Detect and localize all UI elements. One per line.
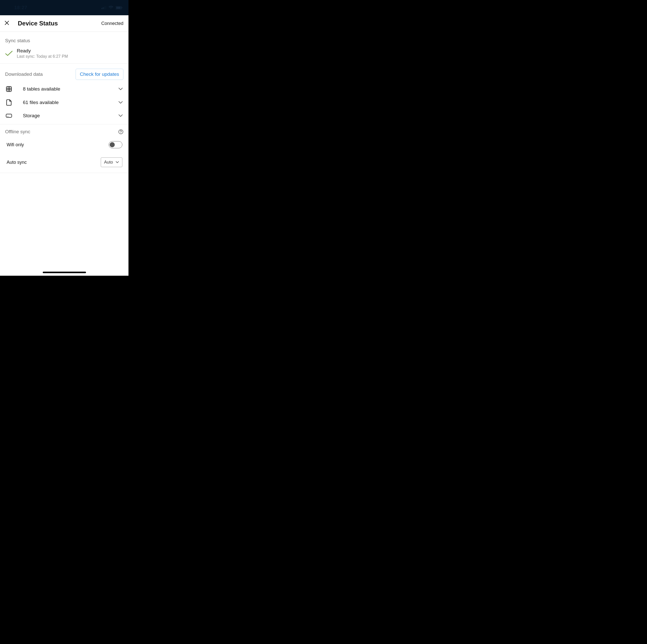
svg-point-15 <box>8 116 8 117</box>
offline-sync-heading: Offline sync <box>5 129 30 135</box>
sync-ready-label: Ready <box>17 48 68 54</box>
home-indicator[interactable] <box>43 272 86 273</box>
tables-label: 8 tables available <box>19 86 111 92</box>
status-bar-icons <box>101 6 122 9</box>
downloaded-data-section: Downloaded data Check for updates 8 tabl… <box>0 64 129 125</box>
cellular-icon <box>101 6 106 9</box>
connection-status: Connected <box>101 21 123 26</box>
downloaded-data-heading: Downloaded data <box>5 72 43 77</box>
wifi-only-row: Wifi only <box>0 137 129 153</box>
checkmark-icon <box>5 51 13 56</box>
page-title: Device Status <box>18 20 58 27</box>
svg-rect-1 <box>103 7 103 9</box>
sync-status-heading: Sync status <box>0 38 129 44</box>
close-button[interactable] <box>4 21 10 26</box>
svg-rect-7 <box>122 7 122 8</box>
svg-point-14 <box>7 116 8 117</box>
wifi-only-toggle[interactable] <box>109 141 122 148</box>
storage-label: Storage <box>19 113 111 118</box>
svg-rect-6 <box>116 7 121 9</box>
header: Device Status Connected <box>0 15 129 32</box>
svg-rect-8 <box>6 86 11 92</box>
status-bar: 18:27 <box>0 0 129 15</box>
device-status-panel: 18:27 Device Status Connected Sync statu… <box>0 0 129 276</box>
file-icon <box>6 99 12 106</box>
auto-sync-select[interactable]: Auto <box>101 157 122 167</box>
wifi-only-label: Wifi only <box>7 142 24 148</box>
auto-sync-row: Auto sync Auto <box>0 153 129 172</box>
offline-sync-section: Offline sync Wifi only Auto sync Auto <box>0 125 129 173</box>
chevron-down-icon <box>118 101 123 104</box>
battery-icon <box>116 6 122 9</box>
svg-rect-13 <box>6 114 12 117</box>
tables-row[interactable]: 8 tables available <box>0 82 129 96</box>
files-label: 61 files available <box>19 100 111 105</box>
auto-sync-value: Auto <box>104 160 113 165</box>
sync-last-sync: Last sync: Today at 6:27 PM <box>17 54 68 59</box>
chevron-down-icon <box>118 114 123 117</box>
close-icon <box>5 21 9 26</box>
wifi-icon <box>109 6 113 9</box>
grid-icon <box>6 86 12 92</box>
help-icon <box>118 131 123 135</box>
auto-sync-label: Auto sync <box>7 160 27 165</box>
storage-icon <box>6 113 12 118</box>
files-row[interactable]: 61 files available <box>0 96 129 109</box>
sync-status-row: Ready Last sync: Today at 6:27 PM <box>0 44 129 64</box>
svg-rect-0 <box>101 8 102 9</box>
chevron-down-icon <box>118 87 123 91</box>
storage-row[interactable]: Storage <box>0 109 129 122</box>
status-bar-time: 18:27 <box>14 5 27 10</box>
sync-status-section: Sync status Ready Last sync: Today at 6:… <box>0 32 129 64</box>
svg-point-4 <box>111 8 112 9</box>
chevron-down-icon <box>116 161 119 164</box>
svg-rect-3 <box>105 6 106 9</box>
svg-rect-2 <box>104 7 105 9</box>
toggle-knob <box>110 142 115 147</box>
help-button[interactable] <box>118 129 123 134</box>
svg-point-17 <box>121 133 121 133</box>
check-updates-button[interactable]: Check for updates <box>76 69 123 80</box>
